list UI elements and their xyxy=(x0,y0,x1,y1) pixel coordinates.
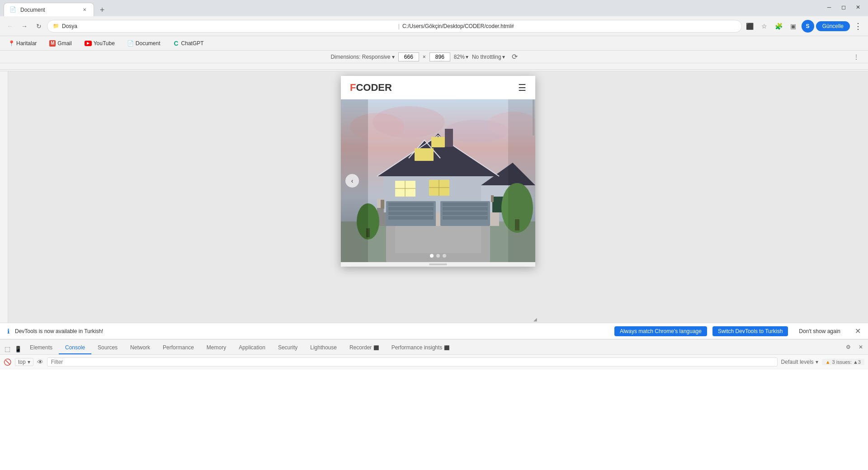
devtools-device-button[interactable]: 📱 xyxy=(13,343,24,354)
tab-memory[interactable]: Memory xyxy=(200,342,232,354)
bookmark-youtube-label: YouTube xyxy=(94,40,115,47)
extensions-button[interactable]: 🧩 xyxy=(773,20,785,33)
default-levels-arrow: ▾ xyxy=(816,359,818,365)
tab-application[interactable]: Application xyxy=(232,342,272,354)
reload-button[interactable]: ↻ xyxy=(33,20,45,33)
switch-devtools-button[interactable]: Switch DevTools to Turkish xyxy=(712,326,788,336)
tab-performance[interactable]: Performance xyxy=(156,342,200,354)
tab-console[interactable]: Console xyxy=(59,342,91,354)
tab-sources[interactable]: Sources xyxy=(91,342,124,354)
drag-handle[interactable] xyxy=(341,262,535,267)
carousel-dot-1[interactable] xyxy=(430,254,434,258)
toolbar-actions: ⬛ ☆ 🧩 ▣ S Güncelle ⋮ xyxy=(744,20,864,33)
console-clear-button[interactable]: 🚫 xyxy=(4,358,11,366)
rotate-icon[interactable]: ⟳ xyxy=(509,51,521,63)
tab-elements[interactable]: Elements xyxy=(24,342,59,354)
protocol-icon: 📁 xyxy=(53,23,59,29)
carousel-dot-3[interactable] xyxy=(443,254,446,258)
devtools-console-content xyxy=(0,369,868,470)
zoom-dropdown[interactable]: 82% ▾ xyxy=(454,54,468,60)
back-button[interactable]: ← xyxy=(4,20,16,33)
logo-coder: CODER xyxy=(356,82,392,93)
bookmark-gmail[interactable]: M Gmail xyxy=(47,39,74,47)
devtools-tabs: ⬚ 📱 Elements Console Sources Network Per… xyxy=(0,339,868,355)
new-tab-button[interactable]: + xyxy=(96,4,108,16)
dimensions-dropdown-arrow[interactable]: ▾ xyxy=(392,54,395,60)
minimize-button[interactable]: ─ xyxy=(823,1,835,14)
issues-badge[interactable]: ▲ 3 issues: ▲3 xyxy=(822,359,864,365)
top-context-selector[interactable]: top ▾ xyxy=(15,358,33,366)
svg-rect-23 xyxy=(443,212,488,215)
tab-favicon: 📄 xyxy=(9,6,17,14)
tab-lighthouse[interactable]: Lighthouse xyxy=(304,342,343,354)
svg-rect-46 xyxy=(491,195,494,202)
device-scrollbar[interactable] xyxy=(533,99,534,136)
carousel-prev-button[interactable]: ‹ xyxy=(345,174,359,188)
tab-close-button[interactable]: ✕ xyxy=(81,6,88,14)
devtools-dimensions-bar: Dimensions: Responsive ▾ × 82% ▾ No thro… xyxy=(0,51,868,63)
address-protocol: Dosya xyxy=(62,23,396,29)
haritalar-icon: 📍 xyxy=(8,40,14,47)
hero-image xyxy=(341,99,535,262)
ruler-top xyxy=(0,63,868,71)
devtools-inspect-button[interactable]: ⬚ xyxy=(2,343,13,354)
resize-handle[interactable]: ◢ xyxy=(532,315,539,323)
carousel-dots xyxy=(430,254,446,258)
browser-toolbar: ← → ↻ 📁 Dosya | C:/Users/Gökçin/Desktop/… xyxy=(0,16,868,36)
context-dropdown-arrow: ▾ xyxy=(28,359,30,365)
devtools-settings-button[interactable]: ⚙ xyxy=(843,342,854,352)
youtube-icon: ▶ xyxy=(85,41,92,46)
close-window-button[interactable]: ✕ xyxy=(852,1,864,14)
site-logo: FCODER xyxy=(350,82,392,94)
tab-bar: 📄 Document ✕ + ─ ◻ ✕ xyxy=(0,0,868,16)
drag-handle-bar xyxy=(429,263,447,265)
default-levels-dropdown[interactable]: Default levels ▾ xyxy=(781,359,818,365)
notification-close-button[interactable]: ✕ xyxy=(855,327,861,335)
tab-recorder[interactable]: Recorder ⬛ xyxy=(343,342,385,354)
chrome-menu-button[interactable]: ⋮ xyxy=(852,20,864,33)
profile-button[interactable]: S xyxy=(802,20,814,33)
match-language-button[interactable]: Always match Chrome's language xyxy=(614,326,707,336)
throttle-dropdown[interactable]: No throttling ▾ xyxy=(472,54,505,60)
browser-frame: 📄 Document ✕ + ─ ◻ ✕ ← → ↻ 📁 Dosya | C:/… xyxy=(0,0,868,470)
height-input[interactable] xyxy=(429,52,450,61)
tab-performance-insights[interactable]: Performance insights ⬛ xyxy=(385,342,456,354)
tab-security[interactable]: Security xyxy=(272,342,304,354)
width-input[interactable] xyxy=(398,52,419,61)
content-row: FCODER ☰ xyxy=(0,71,868,323)
bookmark-document[interactable]: 📄 Document xyxy=(125,39,163,47)
issues-count: 3 issues: ▲3 xyxy=(832,359,861,365)
bookmark-button[interactable]: ☆ xyxy=(758,20,771,33)
carousel-dot-2[interactable] xyxy=(436,254,440,258)
forward-button[interactable]: → xyxy=(18,20,31,33)
svg-rect-22 xyxy=(443,207,488,211)
active-tab[interactable]: 📄 Document ✕ xyxy=(4,3,94,16)
bookmark-chatgpt[interactable]: C ChatGPT xyxy=(170,39,207,47)
restore-button[interactable]: ◻ xyxy=(837,1,850,14)
dont-show-button[interactable]: Don't show again xyxy=(793,326,846,336)
svg-rect-39 xyxy=(431,137,445,147)
svg-rect-16 xyxy=(388,202,434,206)
svg-rect-0 xyxy=(0,63,868,71)
document-icon: 📄 xyxy=(127,40,134,47)
devtools-more-options[interactable]: ⋮ xyxy=(850,51,863,63)
console-eye-icon[interactable]: 👁 xyxy=(37,358,43,366)
site-hero: ‹ xyxy=(341,99,535,262)
update-button[interactable]: Güncelle xyxy=(816,21,850,31)
devtools-close-button[interactable]: ✕ xyxy=(855,342,866,352)
sidebar-button[interactable]: ▣ xyxy=(787,20,800,33)
bookmark-haritalar[interactable]: 📍 Haritalar xyxy=(5,39,39,47)
svg-rect-9 xyxy=(395,226,481,253)
hamburger-menu-button[interactable]: ☰ xyxy=(518,82,526,93)
address-bar[interactable]: 📁 Dosya | C:/Users/Gökçin/Desktop/CODER/… xyxy=(47,20,742,33)
bookmark-youtube[interactable]: ▶ YouTube xyxy=(82,39,118,47)
console-filter-input[interactable] xyxy=(47,357,778,367)
svg-rect-48 xyxy=(508,99,535,262)
cast-button[interactable]: ⬛ xyxy=(744,20,756,33)
tab-network[interactable]: Network xyxy=(124,342,156,354)
bookmark-gmail-label: Gmail xyxy=(57,40,71,47)
house-svg xyxy=(341,99,535,262)
devtools-tab-icons: ⚙ ✕ xyxy=(843,342,866,354)
ruler-left xyxy=(0,71,8,323)
dimensions-controls: Dimensions: Responsive ▾ × 82% ▾ No thro… xyxy=(5,51,846,63)
